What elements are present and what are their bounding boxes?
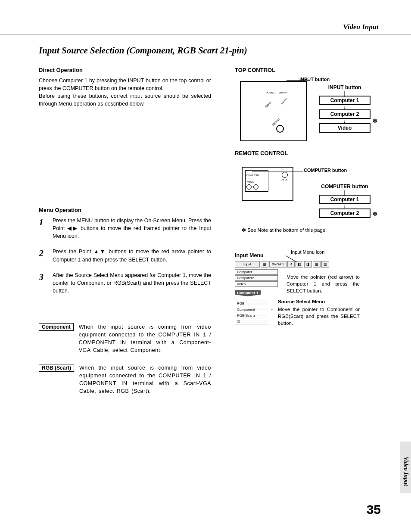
divider [0, 34, 411, 34]
header-section: Video Input [343, 23, 379, 31]
src-rgb: RGB [235, 301, 269, 306]
input-menu-callout2: Move the pointer to Component or RGB(Sca… [278, 306, 360, 327]
menu-chip-icon: ◨ [304, 261, 312, 268]
top-input-callout: INPUT button [299, 77, 330, 82]
step-3: 3 After the Source Select Menu appeared … [39, 271, 211, 295]
step-num-3: 3 [39, 271, 47, 295]
power-icon [282, 172, 288, 178]
menu-chip-icon: ↺ [287, 261, 295, 268]
menu-chip-icon: ▦ [313, 261, 321, 268]
computer1-tag: Computer 1 [235, 290, 261, 296]
menu-chip-icon: ▦ [261, 261, 268, 268]
down-arrow-icon: ↓ [319, 105, 371, 109]
src-rgbscart: RGB(Scart) [235, 313, 269, 318]
src-component: Component [235, 307, 269, 312]
flow-input-label: INPUT button [319, 84, 371, 90]
top-control-diagram: POWER WARN MENU INPUT SELECT [240, 81, 307, 141]
step-text-3: After the Source Select Menu appeared fo… [53, 271, 211, 295]
input-menu-list: Computer1 Computer2 Video [235, 269, 278, 287]
side-tab-label: Video Input [402, 457, 409, 486]
direct-op-p1: Choose Computer 1 by pressing the INPUT … [39, 77, 211, 92]
direct-op-p2: Before using these buttons, correct inpu… [39, 92, 211, 108]
rc-computer: COMPUTER [246, 174, 259, 177]
rc-video: VIDEO [247, 180, 254, 183]
step-text-1: Press the MENU button to display the On-… [53, 217, 211, 240]
menu-op-heading: Menu Operation [39, 207, 211, 213]
step-1: 1 Press the MENU button to display the O… [39, 217, 211, 240]
tc-warn: WARN [279, 91, 286, 94]
rgb-desc: When the input source is coming from vid… [79, 364, 211, 395]
page-number: 35 [367, 502, 381, 517]
menu-item-computer1: Computer1 [235, 269, 278, 275]
page-title: Input Source Selection (Component, RGB S… [39, 45, 247, 56]
menu-item-computer2: Computer2 [235, 275, 278, 281]
remote-computer-callout: COMPUTER button [304, 168, 347, 173]
component-label: Component [39, 323, 74, 331]
menu-item-video: Video [235, 281, 278, 287]
input-menu-callout1: Move the pointer (red arrow) to Computer… [286, 274, 360, 294]
rc-onoff: ON-OFF [281, 178, 289, 181]
callout-line [286, 80, 308, 81]
rgb-label: RGB (Scart) [39, 364, 74, 372]
menu-chip-mode: SVGA 1 [269, 261, 286, 268]
tc-power: POWER [266, 91, 276, 94]
asterisk-icon: ✽ [373, 211, 377, 217]
select-dial-icon [276, 125, 284, 133]
menu-chip-input: Input [235, 261, 260, 268]
component-row: Component When the input source is comin… [39, 323, 211, 355]
down-arrow-icon: ↓ [319, 119, 371, 123]
tc-input: INPUT [281, 98, 288, 105]
direct-op-heading: Direct Operation [39, 67, 211, 73]
step-num-2: 2 [39, 248, 47, 263]
callout-line [252, 171, 303, 171]
step-text-2: Press the Point ▲▼ buttons to move the r… [53, 248, 211, 263]
input-menu-icon-label: Input Menu icon [291, 249, 324, 255]
down-arrow-icon: ↓ [319, 204, 371, 208]
flow-video: Video [319, 123, 371, 133]
flow-r-computer2: Computer 2 [319, 208, 371, 218]
top-control-heading: TOP CONTROL [235, 67, 373, 73]
menu-chip-icon: ▥ [321, 261, 329, 268]
src-back-icon: ◲ [235, 319, 269, 324]
asterisk-icon: ✽ [373, 118, 377, 124]
rc-btn-icon [246, 184, 252, 190]
component-desc: When the input source is coming from vid… [79, 323, 211, 355]
rc-btn-icon [253, 184, 258, 190]
remote-heading: REMOTE CONTROL [235, 150, 373, 156]
rgb-row: RGB (Scart) When the input source is com… [39, 364, 211, 395]
tc-menu: MENU [265, 101, 272, 109]
step-num-1: 1 [39, 217, 47, 240]
note-text: ✽ See Note at the bottom of this page. [242, 227, 373, 233]
flow-computer-label: COMPUTER button [319, 184, 371, 190]
step-2: 2 Press the Point ▲▼ buttons to move the… [39, 248, 211, 263]
remote-diagram: COMPUTER VIDEO ON-OFF [242, 167, 293, 201]
source-select-list: RGB Component RGB(Scart) ◲ [235, 301, 269, 325]
menu-toolbar: Input ▦ SVGA 1 ↺ ◧ ◨ ▦ ▥ [235, 261, 377, 268]
input-menu-title: Input Menu [235, 252, 264, 258]
source-select-heading: Source Select Menu [278, 299, 360, 304]
